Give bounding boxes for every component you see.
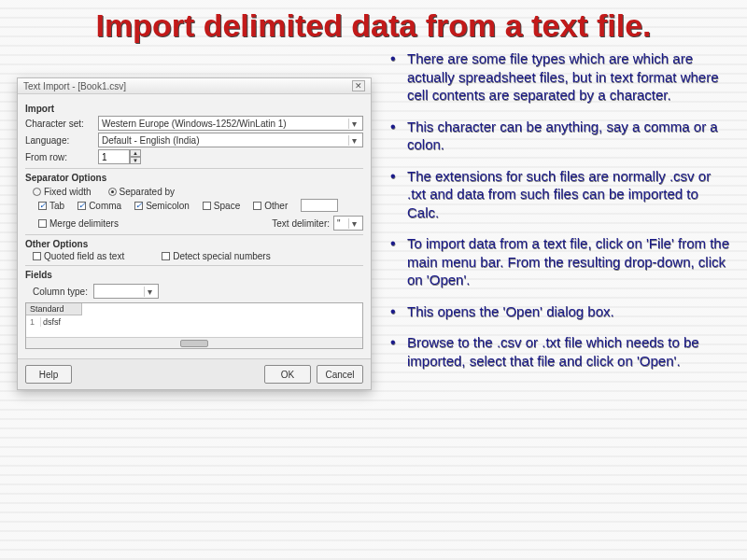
bullet-item: This opens the 'Open' dialog box.	[390, 302, 730, 321]
bullet-item: To import data from a text file, click o…	[390, 234, 730, 289]
language-label: Language:	[25, 135, 92, 146]
spinner-down-icon[interactable]: ▼	[130, 157, 141, 164]
chevron-down-icon: ▾	[348, 119, 359, 129]
charset-label: Character set:	[25, 119, 92, 129]
slide-title: Import delimited data from a text file.	[17, 7, 730, 44]
section-import: Import	[25, 104, 363, 114]
text-delimiter-value: "	[337, 218, 341, 229]
fromrow-label: From row:	[25, 152, 92, 162]
chevron-down-icon: ▾	[348, 135, 359, 146]
horizontal-scrollbar[interactable]	[26, 337, 362, 348]
separated-by-radio[interactable]: Separated by	[108, 187, 176, 197]
comma-checkbox[interactable]: Comma	[78, 199, 121, 212]
tab-checkbox[interactable]: Tab	[38, 199, 64, 212]
text-delimiter-label: Text delimiter:	[272, 218, 330, 229]
section-fields: Fields	[25, 270, 363, 280]
text-import-dialog: Text Import - [Book1.csv] ✕ Import Chara…	[17, 77, 372, 390]
ok-button[interactable]: OK	[264, 365, 311, 384]
spinner-up-icon[interactable]: ▲	[130, 149, 141, 157]
charset-value: Western Europe (Windows-1252/WinLatin 1)	[102, 119, 287, 129]
detect-numbers-checkbox[interactable]: Detect special numbers	[162, 251, 271, 261]
text-delimiter-select[interactable]: " ▾	[333, 216, 363, 231]
tab-label: Tab	[49, 201, 64, 211]
language-value: Default - English (India)	[102, 135, 200, 146]
space-checkbox[interactable]: Space	[203, 199, 240, 212]
semicolon-checkbox[interactable]: Semicolon	[134, 199, 190, 212]
cancel-button[interactable]: Cancel	[317, 365, 363, 384]
scrollbar-thumb[interactable]	[180, 340, 208, 347]
bullet-item: The extensions for such files are normal…	[390, 167, 730, 222]
fromrow-spinner[interactable]: ▲ ▼	[98, 149, 141, 164]
quoted-field-checkbox[interactable]: Quoted field as text	[33, 251, 124, 261]
other-char-input[interactable]	[301, 199, 338, 212]
separated-by-label: Separated by	[120, 187, 176, 197]
preview-grid[interactable]: Standard 1dsfsf	[25, 302, 363, 349]
help-button[interactable]: Help	[25, 365, 72, 384]
column-type-select[interactable]: ▾	[93, 284, 159, 299]
fixed-width-radio[interactable]: Fixed width	[33, 187, 92, 197]
semicolon-label: Semicolon	[146, 201, 190, 211]
preview-column-header: Standard	[26, 303, 82, 315]
bullet-item: There are some file types which are whic…	[390, 49, 730, 105]
bullet-list: There are some file types which are whic…	[390, 49, 730, 370]
bullet-item: This character can be anything, say a co…	[390, 118, 730, 154]
merge-delimiters-checkbox[interactable]: Merge delimiters	[38, 218, 119, 229]
section-other-options: Other Options	[25, 239, 363, 249]
quoted-label: Quoted field as text	[44, 251, 124, 261]
charset-select[interactable]: Western Europe (Windows-1252/WinLatin 1)…	[98, 116, 363, 131]
preview-row: 1dsfsf	[26, 316, 64, 328]
fixed-width-label: Fixed width	[44, 187, 92, 197]
merge-label: Merge delimiters	[49, 218, 119, 229]
other-label: Other	[264, 201, 288, 211]
column-type-label: Column type:	[33, 287, 88, 297]
bullet-item: Browse to the .csv or .txt file which ne…	[390, 333, 730, 370]
detect-label: Detect special numbers	[173, 251, 271, 261]
dialog-title: Text Import - [Book1.csv]	[23, 81, 126, 91]
language-select[interactable]: Default - English (India) ▾	[98, 133, 363, 147]
space-label: Space	[214, 201, 240, 211]
fromrow-input[interactable]	[98, 149, 130, 164]
chevron-down-icon: ▾	[348, 218, 359, 229]
chevron-down-icon: ▾	[144, 287, 155, 297]
comma-label: Comma	[89, 201, 121, 211]
close-icon[interactable]: ✕	[352, 80, 365, 91]
section-separator: Separator Options	[25, 173, 363, 183]
other-checkbox[interactable]: Other	[253, 199, 288, 212]
